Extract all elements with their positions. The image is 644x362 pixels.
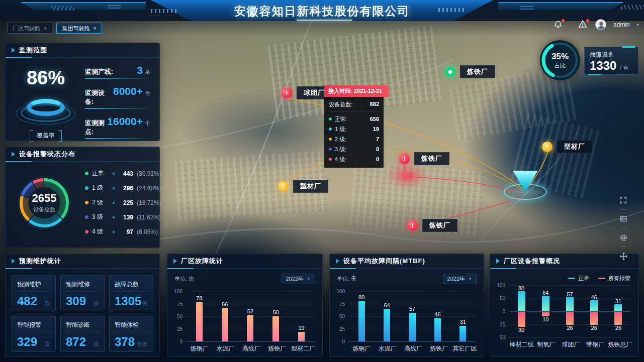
y-tick-label: 0	[342, 339, 345, 344]
tooltip-status-row: 正常:656	[329, 114, 379, 124]
factory-marker-yellow[interactable]: !型材厂	[278, 180, 328, 193]
factory-marker-label: 型材厂	[293, 180, 328, 193]
tab-close-icon[interactable]: ×	[44, 25, 47, 31]
y-tick-label: 25	[339, 326, 345, 332]
alarm-bar	[614, 312, 622, 325]
legend-item[interactable]: 所有报警	[598, 274, 630, 282]
bar	[247, 315, 253, 341]
username[interactable]: admin	[613, 21, 630, 28]
bar	[384, 309, 390, 341]
fullscreen-icon[interactable]	[618, 195, 629, 206]
bar-value-label: 46	[434, 311, 440, 317]
y-tick-label: 50	[500, 296, 505, 301]
year-select[interactable]: 2022年▼	[282, 274, 315, 284]
bar-column[interactable]: 78	[187, 291, 212, 341]
factory-marker-label: 炼铁厂	[460, 65, 495, 78]
marker-status-icon	[445, 67, 455, 77]
bar-column[interactable]: 30	[509, 311, 533, 337]
year-select[interactable]: 2022年▼	[443, 274, 477, 284]
category-label: 其它厂区	[452, 344, 478, 353]
fault-device-title: 故障设备	[590, 51, 633, 59]
caret-down-icon: ▼	[307, 277, 311, 281]
tab-group-cockpit[interactable]: 集团驾驶舱×	[56, 23, 102, 34]
bar-column[interactable]: 64	[533, 285, 558, 311]
bar-value-label: 26	[567, 325, 573, 331]
bar-column[interactable]: 80	[509, 285, 533, 311]
bar-column[interactable]: 31	[450, 291, 476, 341]
bar-value-label: 64	[384, 302, 390, 308]
alarm-bar	[566, 312, 574, 325]
tab-close-icon[interactable]: ×	[93, 25, 96, 31]
factory-marker-yellow[interactable]: !型材厂	[542, 140, 592, 153]
user-bar: admin ▾	[554, 19, 639, 30]
bar-column[interactable]: 46	[582, 285, 606, 311]
tooltip-device-total: 设备总数:682	[329, 99, 379, 112]
bar-column[interactable]: 10	[533, 311, 558, 337]
bar	[298, 332, 305, 341]
panel-title: 厂区故障统计	[167, 254, 322, 268]
category-label: 水泥厂	[213, 344, 239, 353]
panel-title: 监测范围	[6, 43, 159, 57]
normal-bars: 8064574631	[509, 285, 630, 311]
legend-item[interactable]: 正常	[568, 274, 589, 282]
user-avatar[interactable]	[595, 19, 606, 30]
divider	[571, 21, 571, 28]
alarm-bar	[590, 312, 598, 325]
normal-bar	[614, 304, 622, 311]
alarm-donut-chart: 2655 设备总数	[13, 171, 76, 234]
bar-column[interactable]: 66	[212, 291, 238, 341]
bar-column[interactable]: 80	[349, 291, 374, 341]
category-label: 棒材二线	[509, 340, 534, 349]
category-label: 高线厂	[400, 344, 426, 353]
bar-column[interactable]: 52	[238, 291, 263, 341]
grid-line	[509, 337, 630, 338]
title-arrow-icon	[12, 259, 15, 264]
factory-marker-green[interactable]: 炼铁厂	[445, 65, 495, 78]
bar-value-label: 19	[298, 325, 304, 331]
category-label: 球团厂	[559, 340, 583, 349]
image-export-icon[interactable]	[618, 213, 629, 224]
bar-column[interactable]: 26	[606, 311, 630, 337]
bar-column[interactable]: 26	[582, 311, 606, 337]
y-tick-label: 0	[179, 339, 182, 344]
mtbf-chart-panel: 设备平均故障间隔(MTBF) 单位: 天 2022年▼ 025507510080…	[329, 254, 484, 357]
bar-column[interactable]: 57	[558, 285, 582, 311]
factory-marker-red[interactable]: !炼铁厂	[399, 152, 449, 165]
bar-column[interactable]: 57	[400, 291, 425, 341]
settings-gear-icon[interactable]	[618, 232, 629, 243]
factory-marker-label: 型材厂	[557, 140, 592, 153]
coverage-ring-graphic	[13, 92, 78, 125]
category-label: 制氧厂	[534, 340, 559, 349]
alarm-bell-icon[interactable]	[554, 20, 564, 30]
bar	[434, 318, 441, 341]
factory-marker-red[interactable]: !炼铁厂	[407, 219, 457, 232]
tooltip-status-row: 4 级:0	[329, 154, 379, 164]
bar-column[interactable]: 64	[374, 291, 399, 341]
bar-value-label: 57	[409, 306, 415, 312]
bar-column[interactable]: 46	[425, 291, 450, 341]
category-label: 炼铁厂	[426, 344, 452, 353]
warning-icon[interactable]	[578, 20, 588, 30]
device-total: 2655	[32, 192, 57, 205]
bar-column[interactable]: 26	[558, 311, 582, 337]
mtbf-bar-chart: 02550751008064574631	[334, 291, 478, 341]
panel-title: 预测维护统计	[6, 254, 159, 268]
bar-value-label: 52	[247, 308, 253, 314]
bar-column[interactable]: 31	[606, 285, 630, 311]
bar-column[interactable]: 19	[289, 291, 314, 341]
factory-marker-label: 炼铁厂	[414, 152, 449, 165]
y-tick-label: 25	[177, 326, 182, 332]
pan-move-icon[interactable]	[618, 251, 629, 262]
y-tick-label: 50	[339, 314, 345, 319]
bar	[358, 301, 365, 341]
marker-status-icon: !	[278, 181, 289, 192]
fault-device-card: 故障设备 1330 / 台	[584, 47, 638, 75]
user-menu-caret-icon[interactable]: ▾	[636, 22, 639, 27]
fault-device-count: 1330 / 台	[590, 59, 633, 74]
app-header: 安徽容知日新科技股份有限公司	[0, 0, 644, 21]
bar-column[interactable]: 50	[263, 291, 289, 341]
grid-line	[349, 341, 476, 342]
fault-bar-chart: 02550751007866525019	[171, 291, 316, 341]
bar-value-label: 10	[542, 316, 548, 322]
tab-factory-cockpit[interactable]: 厂区驾驶舱×	[7, 23, 52, 34]
